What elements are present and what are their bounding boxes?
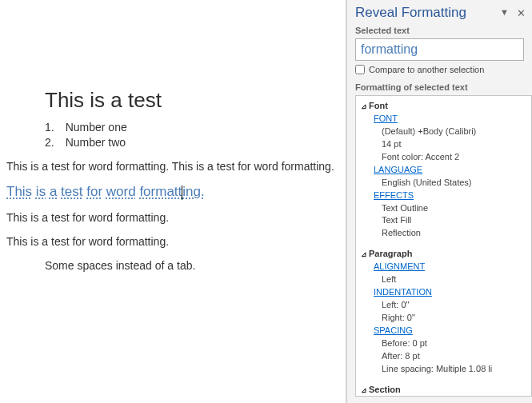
spacing-line-value: Line spacing: Multiple 1.08 li xyxy=(382,363,531,376)
language-value: English (United States) xyxy=(382,177,531,190)
collapse-icon[interactable]: ⊿ xyxy=(361,102,369,112)
font-link[interactable]: FONT xyxy=(374,113,531,126)
alignment-link[interactable]: ALIGNMENT xyxy=(374,261,531,273)
numbered-list[interactable]: 1.Number one 2.Number two xyxy=(45,121,339,149)
formatted-paragraph[interactable]: This is a test for word formatting. xyxy=(6,184,339,200)
list-number: 2. xyxy=(45,136,54,149)
body-paragraph[interactable]: This is a test for word formatting. xyxy=(6,211,339,224)
formatted-word: word xyxy=(106,184,136,199)
tree-group-font[interactable]: ⊿Font xyxy=(361,100,531,113)
font-color-value: Font color: Accent 2 xyxy=(382,151,531,164)
formatted-word: formatt xyxy=(139,184,182,199)
indented-paragraph[interactable]: Some spaces instead of a tab. xyxy=(45,259,339,272)
selected-text-label: Selected text xyxy=(347,24,532,38)
compare-checkbox[interactable] xyxy=(355,65,365,74)
list-text: Number two xyxy=(66,136,126,149)
formatted-word: This xyxy=(6,184,32,199)
spacing-after-value: After: 8 pt xyxy=(382,350,531,363)
effect-outline-value: Text Outline xyxy=(382,202,531,215)
compare-label: Compare to another selection xyxy=(369,65,484,74)
effect-fill-value: Text Fill xyxy=(382,214,531,227)
indent-right-value: Right: 0" xyxy=(382,312,531,325)
formatted-word: a xyxy=(50,184,57,199)
selected-text-display: formatting xyxy=(355,38,524,61)
formatted-word: is xyxy=(36,184,46,199)
effect-reflection-value: Reflection xyxy=(382,227,531,240)
body-paragraph[interactable]: This is a test for word formatting. This… xyxy=(6,160,339,173)
document-area[interactable]: This is a test 1.Number one 2.Number two… xyxy=(0,0,346,403)
formatted-word: ing. xyxy=(182,184,204,199)
collapse-icon[interactable]: ⊿ xyxy=(361,249,369,260)
spacing-link[interactable]: SPACING xyxy=(374,325,531,337)
formatted-word: for xyxy=(86,184,102,199)
font-size-value: 14 pt xyxy=(382,138,531,151)
body-paragraph[interactable]: This is a test for word formatting. xyxy=(6,235,339,248)
tree-group-paragraph[interactable]: ⊿Paragraph xyxy=(361,248,531,261)
language-link[interactable]: LANGUAGE xyxy=(374,164,531,177)
list-number: 1. xyxy=(45,121,54,134)
doc-heading[interactable]: This is a test xyxy=(45,88,339,113)
indentation-link[interactable]: INDENTATION xyxy=(374,286,531,299)
formatting-tree[interactable]: ⊿Font FONT (Default) +Body (Calibri) 14 … xyxy=(355,95,532,397)
reveal-formatting-pane: Reveal Formatting ▼ ✕ Selected text form… xyxy=(346,0,532,403)
formatting-section-label: Formatting of selected text xyxy=(347,81,532,95)
list-item[interactable]: 1.Number one xyxy=(45,121,339,134)
list-item[interactable]: 2.Number two xyxy=(45,136,339,149)
pane-header: Reveal Formatting ▼ ✕ xyxy=(347,0,532,24)
compare-checkbox-row[interactable]: Compare to another selection xyxy=(355,65,524,74)
pane-controls: ▼ ✕ xyxy=(500,7,526,19)
spacing-before-value: Before: 0 pt xyxy=(382,337,531,350)
list-text: Number one xyxy=(66,121,127,134)
alignment-value: Left xyxy=(382,273,531,286)
font-default-value: (Default) +Body (Calibri) xyxy=(382,126,531,138)
collapse-icon[interactable]: ⊿ xyxy=(361,385,369,396)
close-icon[interactable]: ✕ xyxy=(517,7,526,19)
pane-menu-icon[interactable]: ▼ xyxy=(500,7,509,19)
indent-left-value: Left: 0" xyxy=(382,299,531,312)
tree-group-section[interactable]: ⊿Section xyxy=(361,384,531,397)
formatted-word: test xyxy=(61,184,82,199)
effects-link[interactable]: EFFECTS xyxy=(374,190,531,202)
pane-title: Reveal Formatting xyxy=(355,5,466,21)
